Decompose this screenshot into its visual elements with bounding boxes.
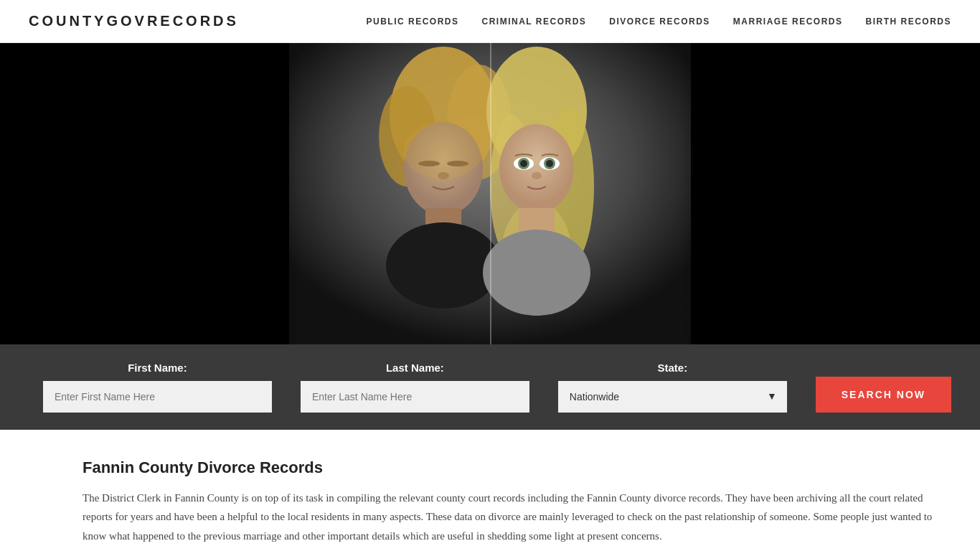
search-bar: First Name: Last Name: State: Nationwide… [0,344,980,430]
svg-point-9 [386,222,501,309]
nav-link-criminal-records[interactable]: CRIMINAL RECORDS [482,17,587,27]
content-heading: Fannin County Divorce Records [83,458,951,477]
main-content: Fannin County Divorce Records The Distri… [0,430,980,551]
svg-point-24 [483,230,590,316]
hero-section [0,43,980,344]
state-field: State: NationwideAlabamaAlaskaArizonaArk… [544,362,801,413]
last-name-field: Last Name: [286,362,544,413]
nav-link-marriage-records[interactable]: MARRIAGE RECORDS [733,17,843,27]
hero-divider [490,43,491,344]
state-select[interactable]: NationwideAlabamaAlaskaArizonaArkansasCa… [558,381,787,413]
main-nav: PUBLIC RECORDSCRIMINAL RECORDSDIVORCE RE… [367,17,952,27]
nav-link-divorce-records[interactable]: DIVORCE RECORDS [609,17,710,27]
last-name-label: Last Name: [301,362,529,374]
svg-point-10 [404,122,483,179]
search-now-button[interactable]: SEARCH NOW [816,377,951,413]
first-name-label: First Name: [43,362,272,374]
hero-left-fade [0,43,301,344]
svg-point-22 [532,172,542,179]
first-name-field: First Name: [29,362,286,413]
site-header: COUNTYGOVRECORDS PUBLIC RECORDSCRIMINAL … [0,0,980,43]
state-select-wrapper: NationwideAlabamaAlaskaArizonaArkansasCa… [558,381,787,413]
site-logo: COUNTYGOVRECORDS [29,13,239,29]
svg-point-18 [520,160,527,167]
last-name-input[interactable] [301,381,529,413]
nav-link-public-records[interactable]: PUBLIC RECORDS [367,17,459,27]
svg-point-21 [546,160,553,167]
first-name-input[interactable] [43,381,272,413]
state-label: State: [558,362,787,374]
search-btn-wrapper: SEARCH NOW [801,377,951,413]
hero-right-fade [679,43,980,344]
svg-point-15 [499,124,574,213]
nav-link-birth-records[interactable]: BIRTH RECORDS [865,17,951,27]
content-body: The District Clerk in Fannin County is o… [83,489,951,545]
